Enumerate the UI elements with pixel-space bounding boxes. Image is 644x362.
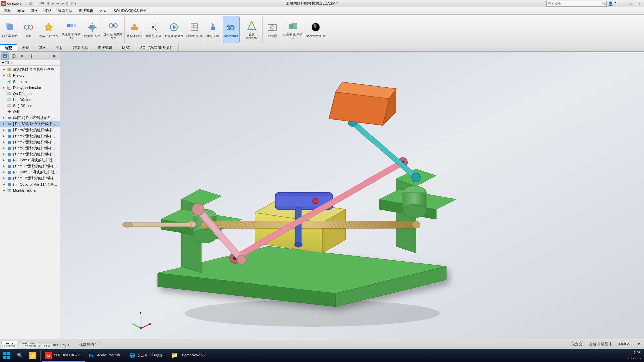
toolbar-smart-fastener[interactable]: 智能扣 件列列 — [39, 16, 59, 43]
expand-part11a[interactable]: ▶ — [3, 170, 7, 174]
status-units-dropdown[interactable]: ▼ — [637, 342, 641, 346]
menu-mbd[interactable]: MBD — [97, 8, 110, 14]
menu-direct-edit[interactable]: 直接编辑 — [76, 8, 96, 14]
tab-assemble[interactable]: 装配 — [0, 44, 17, 51]
tree-part11c[interactable]: ▶ (-) [ Copy of Part11^滑块的红杆 — [0, 181, 60, 187]
toolbar-move-component[interactable]: 移动零 部件 — [84, 16, 101, 43]
restore-button[interactable]: □ — [627, 1, 635, 7]
toolbar-instant3d[interactable]: 3D Instant3D — [223, 16, 240, 43]
start-button[interactable] — [0, 349, 13, 362]
tree-right-plane[interactable]: Sağ Düzlem — [0, 103, 60, 109]
tree-annotations[interactable]: ▶ Detaylandırmalar — [0, 85, 60, 91]
taskbar-photoshop[interactable]: Ps Adobe Photosh... — [85, 350, 126, 362]
tree-part3[interactable]: ▶ [ Part3^滑块的红杆螺杆机构]<1 — [0, 121, 60, 127]
expand-part3[interactable]: ▶ — [3, 122, 7, 125]
taskbar-search[interactable]: 🔍 — [13, 350, 26, 362]
tab-layout[interactable]: 布局 — [17, 44, 34, 51]
expand-root[interactable]: ▶ — [3, 68, 7, 71]
tree-top-plane[interactable]: Üst Düzlem — [0, 97, 60, 103]
tree-part9[interactable]: ▶ (-) [ Part9^滑块的红杆螺杆机构< — [0, 157, 60, 163]
tab-mbd[interactable]: MBD — [117, 44, 135, 51]
taskbar-file-explorer[interactable]: 📁 — [26, 350, 39, 362]
expand-mates[interactable]: ▶ — [3, 189, 7, 192]
taskbar-browser[interactable]: 🌐 公众号 · 360极速... — [126, 350, 168, 362]
quick-access-undo[interactable]: ↩ — [52, 2, 54, 5]
tab-render[interactable]: 渲染工具 — [68, 44, 93, 51]
taskbar-folder[interactable]: 📁 H:\grabcad-2022 — [168, 350, 208, 362]
quick-access-open[interactable]: 📄 — [34, 2, 38, 5]
expand-part11c[interactable]: ▶ — [3, 183, 7, 186]
expand-annotations[interactable]: ▶ — [3, 86, 7, 89]
expand-part8[interactable]: ▶ — [3, 152, 7, 156]
properties-tab-btn[interactable] — [28, 52, 35, 60]
toolbar-linear-pattern[interactable]: 线性零 部件阵列 — [60, 16, 82, 43]
toolbar-motion-study[interactable]: 新建运 动算例 — [164, 16, 185, 43]
toolbar-snapshot[interactable]: 拍快照 — [264, 16, 281, 43]
quick-access-rebuild[interactable]: ⚙ — [66, 2, 69, 5]
toolbar-assembly-feature[interactable]: 装配体 特征 — [126, 16, 144, 43]
taskbar-solidworks[interactable]: SW SOLIDWORKS P... — [42, 350, 85, 362]
bottom-tab-motion2[interactable]: 运动算例 1 — [75, 341, 101, 349]
tree-part5[interactable]: ▶ [ Part5^滑块的红杆螺杆机构]<1 — [0, 133, 60, 139]
tree-root[interactable]: ▶ 滑块的红杆螺杆机构 (Varsayılan<Go — [0, 66, 60, 72]
toolbar-realview[interactable]: RealView 图形 — [305, 16, 326, 43]
toolbar-explode[interactable]: 爆炸视 图 — [205, 16, 221, 43]
menu-plugins[interactable]: SOLIDWORKS 插件 — [111, 8, 150, 14]
tree-mates[interactable]: ▶ Montaj İlişkileri — [0, 187, 60, 193]
expand-history[interactable]: ▶ — [3, 74, 7, 77]
toolbar-large-assembly[interactable]: 大型装 配体模 式 — [282, 16, 304, 43]
tree-history[interactable]: ▶ History — [0, 72, 60, 79]
tab-direct-edit[interactable]: 直接编辑 — [93, 44, 117, 51]
quick-access-save[interactable]: 💾 — [40, 2, 44, 5]
tree-part4[interactable]: ▶ [ Part4^滑块的红杆螺杆机构]<1 — [0, 127, 60, 133]
tree-part2[interactable]: ▶ (固定) [ Part2^滑块的红杆螺杆机 — [0, 115, 60, 121]
tree-part10[interactable]: ▶ [ Part10^滑块的红杆螺杆机构 ]< — [0, 163, 60, 169]
expand-part5[interactable]: ▶ — [3, 134, 7, 138]
expand-part2[interactable]: ▶ — [3, 116, 7, 119]
search-input[interactable] — [546, 1, 607, 7]
expand-part6[interactable]: ▶ — [3, 140, 7, 144]
expand-part11b[interactable]: ▶ — [3, 176, 7, 180]
tree-part6[interactable]: ▶ [ Part6^滑块的红杆螺杆机构]<1 — [0, 139, 60, 145]
tree-part8[interactable]: ▶ [ Part8^滑块的红杆螺杆机构]<1 — [0, 151, 60, 157]
menu-render[interactable]: 渲染工具 — [55, 8, 75, 14]
tree-part11b[interactable]: ▶ [ Part11^滑块的红杆螺杆机构 — [0, 175, 60, 181]
close-button[interactable]: ✕ — [635, 1, 643, 7]
minimize-button[interactable]: — — [619, 1, 627, 7]
tab-evaluate[interactable]: 评估 — [51, 44, 68, 51]
quick-access-new[interactable]: 🏠 — [28, 2, 32, 5]
quick-access-redo[interactable]: ↪ — [56, 2, 59, 5]
quick-access-options[interactable]: ⚙▼ — [71, 2, 77, 5]
config-tab-btn[interactable] — [10, 52, 17, 60]
toolbar-speedpak[interactable]: ↻ 更新 Speedpak — [241, 16, 263, 43]
expand-part4[interactable]: ▶ — [3, 128, 7, 132]
tree-front-plane[interactable]: Ön Düzlem — [0, 91, 60, 97]
motion-tab-btn[interactable] — [19, 52, 26, 60]
tree-origin[interactable]: Orijin — [0, 109, 60, 115]
user-icon[interactable]: 👤 — [608, 1, 613, 6]
tree-part11a[interactable]: ▶ (-) [ Part11^滑块的红杆螺杆机构 — [0, 169, 60, 175]
toolbar-ref-geometry[interactable]: 参考几 何体 — [145, 16, 162, 43]
3d-viewport[interactable]: Z X Y — [60, 52, 644, 352]
quick-access-arrow[interactable]: ➤ — [61, 2, 64, 5]
tree-sensors[interactable]: Sensors — [0, 79, 60, 85]
panel-arrow-right[interactable]: ▶ — [51, 52, 58, 60]
menu-layout[interactable]: 布局 — [15, 8, 28, 14]
toolbar-show-hide[interactable]: 显示隐 藏的零 部件 — [103, 16, 125, 43]
model-tab-btn[interactable] — [1, 52, 9, 60]
tree-part7[interactable]: ▶ [ Part7^滑块的红杆螺杆机构]<1 — [0, 145, 60, 151]
toolbar-mate[interactable]: 配合 — [20, 16, 37, 43]
menu-evaluate[interactable]: 评估 — [42, 8, 54, 14]
toolbar-bom[interactable]: 材料明 细表 — [186, 16, 203, 43]
expand-part7[interactable]: ▶ — [3, 146, 7, 150]
quick-access-print[interactable]: 🖨 — [46, 2, 50, 5]
tab-plugins[interactable]: SOLIDWORKS 插件 — [135, 44, 179, 51]
menu-sketch[interactable]: 草图 — [28, 8, 41, 14]
window-controls[interactable]: — □ ✕ — [619, 1, 644, 7]
expand-part9[interactable]: ▶ — [3, 158, 7, 162]
toolbar-insert-part[interactable]: + 插入零 部件 — [1, 16, 19, 43]
expand-part10[interactable]: ▶ — [3, 164, 7, 168]
help-icon[interactable]: ? — [614, 2, 616, 6]
tab-sketch[interactable]: 草图 — [34, 44, 51, 51]
menu-assemble[interactable]: 装配 — [1, 8, 14, 14]
